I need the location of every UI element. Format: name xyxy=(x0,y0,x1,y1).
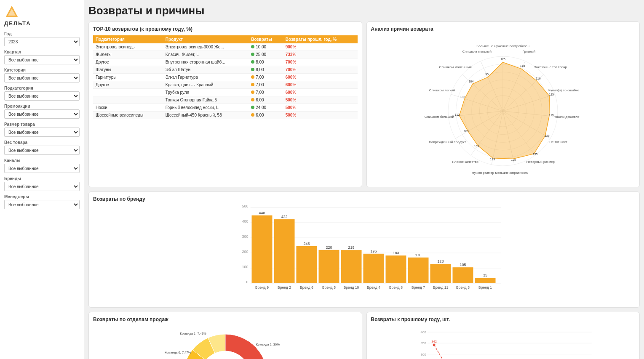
svg-text:200: 200 xyxy=(242,250,248,254)
cell-product: Краска, цвет - - Красный xyxy=(163,81,249,89)
sidebar-filter-select[interactable]: 2023 xyxy=(4,37,80,46)
table-header: Подкатегория xyxy=(93,35,163,43)
radar-label: Поврежденный продукт xyxy=(429,140,466,144)
grid-top: TOP-10 возвратов (к прошлому году, %) По… xyxy=(88,21,640,187)
sidebar-filter-label: Год xyxy=(4,32,80,36)
table-row: Шатуны Эй-эл Шатун 8,00 700% xyxy=(93,66,358,74)
svg-text:Бренд 5: Бренд 5 xyxy=(322,285,336,290)
cell-returns: 6,00 xyxy=(249,96,283,104)
cell-returns: 7,00 xyxy=(249,89,283,96)
radar-value: 112 xyxy=(455,113,460,116)
cell-product: Шоссейный-450 Красный, 58 xyxy=(163,112,249,119)
top-table-card: TOP-10 возвратов (к прошлому году, %) По… xyxy=(88,21,362,187)
sidebar-filter-select[interactable]: Все выбранное xyxy=(4,164,80,173)
cell-returns: 8,00 xyxy=(249,59,283,66)
radar-value: 116 xyxy=(536,77,541,80)
donut-segment xyxy=(225,334,267,359)
bar xyxy=(475,278,496,283)
sidebar-section: Размер товара Все выбранное xyxy=(4,122,80,137)
radar-value: 125 xyxy=(549,93,554,96)
radar-value: 123 xyxy=(490,158,495,161)
svg-text:342: 342 xyxy=(431,340,437,343)
line-bar-title: Возвраты к прошлому году, шт. xyxy=(371,316,636,322)
sidebar-filter-select[interactable]: Все выбранное xyxy=(4,73,80,82)
bar xyxy=(363,254,384,283)
bar xyxy=(408,258,429,283)
cell-pct: 700% xyxy=(283,66,358,74)
cell-pct: 500% xyxy=(283,104,358,112)
sidebar-section: Подкатегория Все выбранное xyxy=(4,86,80,101)
main-content: Возвраты и причины TOP-10 возвратов (к п… xyxy=(84,0,644,359)
svg-text:219: 219 xyxy=(348,245,354,250)
sidebar: ДЕЛЬТА Год 2023 Квартал Все выбранное Ка… xyxy=(0,0,84,359)
svg-text:400: 400 xyxy=(242,219,248,223)
sidebar-filter-select[interactable]: Все выбранное xyxy=(4,91,80,101)
sidebar-filter-select[interactable]: Все выбранное xyxy=(4,200,80,209)
cell-subcategory xyxy=(93,89,163,96)
radar-value: 95 xyxy=(485,73,489,76)
table-row: Другое Внутренняя сторонная шайб... 8,00… xyxy=(93,59,358,66)
radar-value: 125 xyxy=(500,58,505,61)
svg-text:245: 245 xyxy=(303,242,310,246)
sidebar-section: Менеджеры Все выбранное xyxy=(4,194,80,209)
sidebar-filter-select[interactable]: Все выбранное xyxy=(4,146,80,155)
svg-text:350: 350 xyxy=(420,341,426,345)
line-bar-combo-svg: 100150200250300350400179Январ.174Февра.1… xyxy=(371,326,636,359)
cell-subcategory: Шоссейные велосипеды xyxy=(93,112,163,119)
sidebar-filter-select[interactable]: Все выбранное xyxy=(4,55,80,64)
sidebar-section: Квартал Все выбранное xyxy=(4,50,80,64)
sidebar-section: Промоакции Все выбранное xyxy=(4,104,80,119)
sidebar-filter-select[interactable]: Все выбранное xyxy=(4,128,80,137)
cell-returns: 6,00 xyxy=(249,112,283,119)
sidebar-filter-label: Менеджеры xyxy=(4,194,80,199)
line-bar-card: Возвраты к прошлому году, шт. 1001502002… xyxy=(366,312,640,359)
radar-label: Слишком тяжелый xyxy=(462,50,492,53)
cell-pct: 500% xyxy=(283,112,358,119)
logo-icon xyxy=(4,4,19,19)
sidebar-filter-label: Размер товара xyxy=(4,122,80,127)
bar xyxy=(386,255,406,283)
donut-card: Возвраты по отделам продаж Команда 2, 30… xyxy=(88,312,362,359)
radar-label: Слишком большой xyxy=(425,115,454,119)
radar-value: 103 xyxy=(464,130,469,133)
svg-text:170: 170 xyxy=(415,253,421,257)
table-row: Гарнитуры Эл-эл Гарнитура 7,00 600% xyxy=(93,74,358,81)
svg-text:300: 300 xyxy=(420,353,426,356)
grid-bottom: Возвраты по отделам продаж Команда 2, 30… xyxy=(88,312,640,359)
line-bar-container: 100150200250300350400179Январ.174Февра.1… xyxy=(371,326,636,359)
cell-product: Эй-эл Шатун xyxy=(163,66,249,74)
radar-label: Слишком легкий xyxy=(429,88,455,92)
cell-subcategory: Другое xyxy=(93,81,163,89)
sidebar-filter-select[interactable]: Все выбранное xyxy=(4,182,80,191)
svg-text:500: 500 xyxy=(242,205,248,208)
donut-label: Команда 2, 30% xyxy=(256,343,280,346)
table-row: Трубка руля 7,00 600% xyxy=(93,89,358,96)
cell-pct: 700% xyxy=(283,59,358,66)
table-header: Возвраты xyxy=(249,35,283,43)
sidebar-filter-label: Подкатегория xyxy=(4,86,80,90)
cell-subcategory: Жилеты xyxy=(93,51,163,59)
cell-returns: 25,00 xyxy=(249,51,283,59)
cell-product: Эл-эл Гарнитура xyxy=(163,74,249,81)
sidebar-section: Бренды Все выбранное xyxy=(4,176,80,191)
sidebar-section: Вес товара Все выбранное xyxy=(4,140,80,155)
bar xyxy=(341,250,362,283)
sidebar-filter-label: Категории xyxy=(4,68,80,72)
donut-container: Команда 2, 30%VIP, 23,42%Команда 4, 16,5… xyxy=(93,326,358,359)
radar-area: Больше не нужен/не востребован125Грязный… xyxy=(371,35,636,183)
cell-pct: 600% xyxy=(283,81,358,89)
svg-text:128: 128 xyxy=(437,259,444,263)
radar-label: Слишком маленький xyxy=(439,65,472,69)
radar-svg: Больше не нужен/не востребован125Грязный… xyxy=(423,37,583,181)
svg-text:Бренд 6: Бренд 6 xyxy=(300,285,313,290)
bar xyxy=(453,267,473,283)
sidebar-section: Год 2023 xyxy=(4,32,80,46)
cell-subcategory: Носки xyxy=(93,104,163,112)
radar-value: 125 xyxy=(511,158,516,161)
cell-subcategory: Шатуны xyxy=(93,66,163,74)
status-dot xyxy=(251,75,254,79)
svg-text:Бренд 2: Бренд 2 xyxy=(278,285,291,290)
radar-value: 104 xyxy=(469,80,474,83)
svg-text:Бренд 8: Бренд 8 xyxy=(389,285,403,290)
sidebar-filter-select[interactable]: Все выбранное xyxy=(4,109,80,119)
